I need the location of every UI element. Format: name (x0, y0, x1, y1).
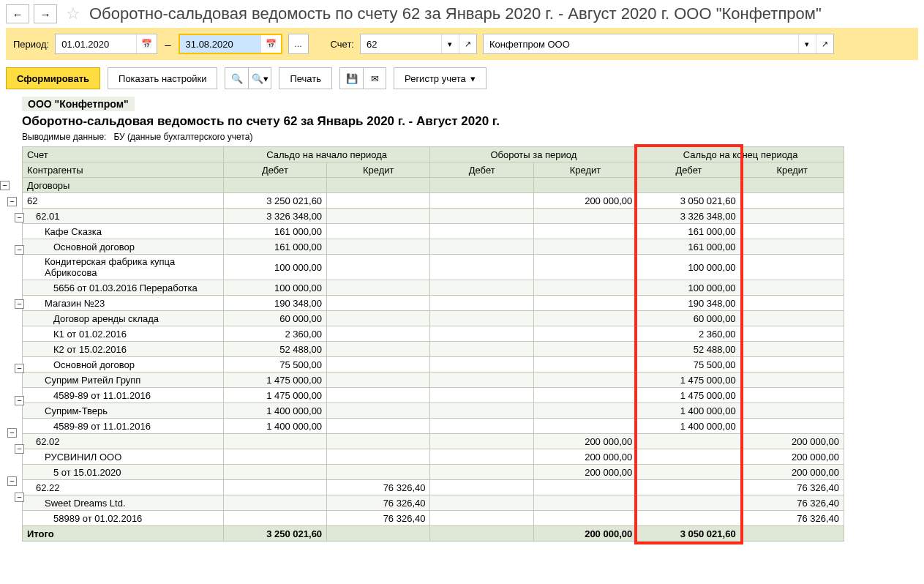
org-dropdown-icon[interactable]: ▾ (798, 34, 816, 53)
date-from-calendar-icon[interactable]: 📅 (136, 34, 157, 53)
tree-collapse-icon[interactable]: − (15, 299, 24, 309)
date-to-input[interactable] (180, 35, 260, 53)
tree-collapse-icon[interactable]: − (7, 476, 17, 486)
account-label: Счет: (331, 39, 354, 50)
cell-tc (533, 480, 636, 495)
cell-td (430, 511, 533, 526)
back-button[interactable]: ← (6, 4, 29, 23)
cell-ed: 2 360,00 (637, 326, 740, 342)
cell-ec (740, 326, 844, 342)
cell-ed: 1 475 000,00 (637, 388, 740, 403)
cell-ec (740, 224, 844, 239)
table-row[interactable]: 58989 от 01.02.201676 326,4076 326,40 (23, 511, 844, 526)
table-row[interactable]: Магазин №23190 348,00190 348,00 (23, 296, 844, 311)
tree-collapse-icon[interactable]: − (15, 364, 24, 373)
company-name: ООО "Конфетпром" (22, 97, 135, 111)
subtitle-value: БУ (данные бухгалтерского учета) (113, 132, 252, 142)
cell-td (430, 449, 533, 465)
table-row[interactable]: 62.013 326 348,003 326 348,00 (23, 209, 844, 224)
tree-collapse-icon[interactable]: − (15, 444, 24, 454)
col-credit-1: Кредит (327, 162, 430, 178)
cell-bc (327, 311, 430, 326)
row-name: Магазин №23 (23, 296, 224, 311)
cell-bc (327, 373, 430, 388)
account-open-icon[interactable]: ↗ (459, 34, 476, 53)
cell-ed: 3 326 348,00 (637, 209, 740, 224)
subtitle-label: Выводимые данные: (22, 132, 106, 142)
cell-bc (327, 280, 430, 296)
tree-collapse-icon[interactable]: − (7, 197, 17, 206)
row-name: Основной договор (23, 357, 224, 373)
table-row[interactable]: Кафе Сказка161 000,00161 000,00 (23, 224, 844, 239)
table-row[interactable]: Договор аренды склада60 000,0060 000,00 (23, 311, 844, 326)
cell-bc (327, 465, 430, 480)
cell-bd: 1 400 000,00 (223, 403, 326, 419)
table-row[interactable]: 62.02200 000,00200 000,00 (23, 434, 844, 449)
cell-bc (327, 326, 430, 342)
cell-ec (740, 403, 844, 419)
search-dropdown-icon[interactable]: 🔍▾ (248, 67, 271, 89)
cell-ed: 161 000,00 (637, 224, 740, 239)
ledger-table: Счет Сальдо на начало периода Обороты за… (22, 146, 844, 542)
show-settings-button[interactable]: Показать настройки (108, 67, 217, 89)
org-input[interactable] (484, 34, 798, 53)
favorite-star-icon[interactable]: ☆ (66, 4, 80, 23)
email-icon[interactable]: ✉ (363, 67, 386, 89)
generate-button[interactable]: Сформировать (6, 67, 100, 89)
date-from-input[interactable] (56, 34, 136, 53)
table-row[interactable]: Суприм Ритейл Групп1 475 000,001 475 000… (23, 373, 844, 388)
cell-td (430, 326, 533, 342)
cell-ed (637, 434, 740, 449)
print-button[interactable]: Печать (279, 67, 332, 89)
table-row[interactable]: К2 от 15.02.201652 488,0052 488,00 (23, 342, 844, 357)
row-name: 62.01 (23, 209, 224, 224)
cell-bc (327, 357, 430, 373)
table-row[interactable]: Основной договор75 500,0075 500,00 (23, 357, 844, 373)
cell-bc (327, 403, 430, 419)
filter-bar: Период: 📅 – 📅 … Счет: ▾ ↗ ▾ ↗ (6, 28, 918, 60)
col-debit-1: Дебет (223, 162, 326, 178)
search-icon[interactable]: 🔍 (225, 67, 248, 89)
org-open-icon[interactable]: ↗ (816, 34, 833, 53)
register-button[interactable]: Регистр учета ▾ (394, 67, 487, 89)
cell-ec: 76 326,40 (740, 511, 844, 526)
table-row[interactable]: Суприм-Тверь1 400 000,001 400 000,00 (23, 403, 844, 419)
table-row[interactable]: 4589-89 от 11.01.20161 475 000,001 475 0… (23, 388, 844, 403)
total-label: Итого (23, 526, 224, 542)
tree-collapse-icon[interactable]: − (0, 181, 10, 190)
tree-collapse-icon[interactable]: − (15, 493, 24, 502)
cell-bd: 52 488,00 (223, 342, 326, 357)
cell-ec (740, 388, 844, 403)
cell-ed: 1 475 000,00 (637, 373, 740, 388)
table-row[interactable]: 623 250 021,60200 000,003 050 021,60 (23, 193, 844, 209)
period-picker-button[interactable]: … (288, 34, 309, 54)
cell-bd: 161 000,00 (223, 224, 326, 239)
tree-collapse-icon[interactable]: − (15, 245, 24, 255)
cell-bd: 1 400 000,00 (223, 419, 326, 434)
table-row[interactable]: 5 от 15.01.2020200 000,00200 000,00 (23, 465, 844, 480)
table-row[interactable]: 4589-89 от 11.01.20161 400 000,001 400 0… (23, 419, 844, 434)
tree-collapse-icon[interactable]: − (7, 428, 17, 438)
date-from-wrap: 📅 (55, 34, 157, 54)
cell-tc (533, 224, 636, 239)
table-row[interactable]: Кондитерская фабрика купца Абрикосова100… (23, 255, 844, 280)
cell-td (430, 311, 533, 326)
table-row[interactable]: 5656 от 01.03.2016 Переработка100 000,00… (23, 280, 844, 296)
table-row[interactable]: РУСВИНИЛ ООО200 000,00200 000,00 (23, 449, 844, 465)
tree-collapse-icon[interactable]: − (15, 396, 24, 405)
account-input[interactable] (361, 34, 441, 53)
col-counterparties: Контрагенты (23, 162, 224, 178)
forward-button[interactable]: → (34, 4, 57, 23)
table-row[interactable]: Sweet Dreams Ltd.76 326,4076 326,40 (23, 495, 844, 511)
date-to-calendar-icon[interactable]: 📅 (260, 35, 281, 53)
cell-td (430, 280, 533, 296)
cell-ed: 1 400 000,00 (637, 403, 740, 419)
table-row[interactable]: К1 от 01.02.20162 360,002 360,00 (23, 326, 844, 342)
account-dropdown-icon[interactable]: ▾ (441, 34, 459, 53)
table-row[interactable]: 62.2276 326,4076 326,40 (23, 480, 844, 495)
table-row[interactable]: Основной договор161 000,00161 000,00 (23, 239, 844, 255)
cell-td (430, 357, 533, 373)
save-icon[interactable]: 💾 (339, 67, 363, 89)
cell-bc (327, 419, 430, 434)
tree-collapse-icon[interactable]: − (15, 213, 24, 222)
